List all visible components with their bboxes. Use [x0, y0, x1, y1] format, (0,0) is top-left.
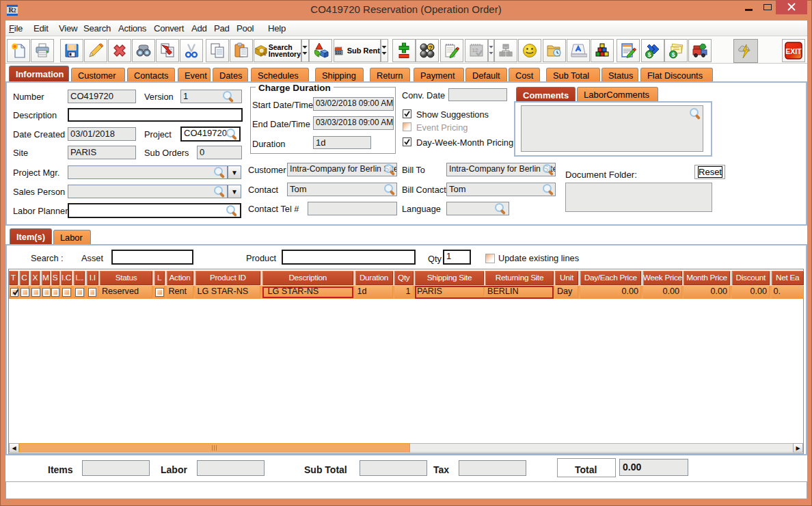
- svg-text:$: $: [647, 51, 651, 58]
- svg-text:12: 12: [472, 47, 478, 53]
- svg-text:EXIT: EXIT: [785, 47, 802, 55]
- svg-text:$: $: [671, 51, 675, 58]
- svg-text:?: ?: [429, 44, 433, 51]
